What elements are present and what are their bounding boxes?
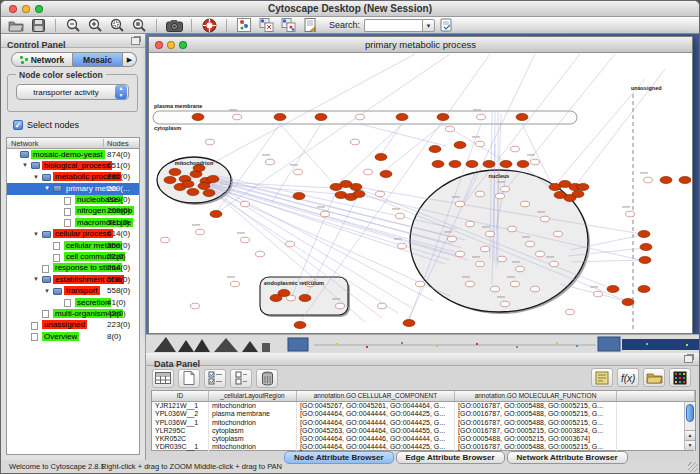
network-node-white[interactable]: [364, 169, 373, 175]
cytopanel-west-icon[interactable]: [235, 18, 253, 33]
cytopanel-east-icon[interactable]: [279, 18, 297, 33]
tree-row[interactable]: ▼biological_process651(0): [7, 160, 139, 171]
network-node-white[interactable]: [398, 243, 407, 249]
network-node-orange[interactable]: [198, 182, 210, 189]
network-node-white[interactable]: [256, 251, 265, 257]
tab-network[interactable]: Network: [11, 52, 73, 67]
cytopanel-south-icon[interactable]: [257, 18, 275, 33]
network-node-orange[interactable]: [638, 230, 650, 237]
select-nodes-checkbox[interactable]: ✓: [13, 120, 23, 130]
network-node-white[interactable]: [511, 146, 520, 152]
network-node-orange[interactable]: [429, 145, 441, 152]
network-node-orange[interactable]: [679, 176, 691, 183]
network-node-white[interactable]: [531, 159, 540, 165]
network-node-orange[interactable]: [437, 113, 449, 120]
tab-edge-attribute-browser[interactable]: Edge Attribute Browser: [396, 451, 505, 464]
network-node-white[interactable]: [476, 141, 485, 147]
network-node-orange[interactable]: [572, 190, 584, 197]
network-node-white[interactable]: [526, 241, 535, 247]
tree-row[interactable]: nitrogen compo209(0): [7, 206, 139, 217]
disclosure-icon[interactable]: ▼: [33, 231, 39, 237]
disclosure-icon[interactable]: ▼: [33, 174, 39, 180]
zoom-selected-icon[interactable]: [108, 18, 126, 33]
network-node-white[interactable]: [378, 303, 387, 309]
network-node-white[interactable]: [336, 303, 345, 309]
network-node-orange[interactable]: [660, 176, 672, 183]
search-dropdown-icon[interactable]: ▼: [422, 19, 435, 32]
tree-row[interactable]: ▼primary metab209(...: [7, 183, 139, 194]
network-node-orange[interactable]: [353, 190, 365, 197]
network-node-white[interactable]: [486, 231, 495, 237]
network-node-white[interactable]: [456, 201, 465, 207]
network-node-orange[interactable]: [432, 160, 444, 167]
table-column-header[interactable]: annotation.GO CELLULAR_COMPONENT: [297, 391, 455, 401]
network-node-white[interactable]: [456, 251, 465, 257]
network-node-orange[interactable]: [454, 141, 466, 148]
tab-overflow-button[interactable]: ▶: [123, 52, 137, 67]
tree-column-nodes[interactable]: Nodes: [107, 139, 129, 148]
table-column-header[interactable]: _cellularLayoutRegion: [209, 391, 297, 401]
network-node-white[interactable]: [241, 237, 250, 243]
disclosure-icon[interactable]: ▼: [22, 162, 28, 168]
annotation-icon[interactable]: [591, 368, 613, 387]
unselect-node-attributes-icon[interactable]: [230, 369, 252, 388]
zoom-in-icon[interactable]: [86, 18, 104, 33]
network-node-orange[interactable]: [607, 285, 619, 292]
network-node-white[interactable]: [356, 114, 365, 120]
tree-row[interactable]: cell communicat22(0): [7, 252, 139, 263]
network-node-orange[interactable]: [622, 298, 634, 305]
tree-row[interactable]: cellular metabo209(0): [7, 240, 139, 251]
tab-network-attribute-browser[interactable]: Network Attribute Browser: [507, 451, 628, 464]
network-node-white[interactable]: [466, 221, 475, 227]
disclosure-icon[interactable]: ▼: [33, 276, 39, 282]
network-node-white[interactable]: [351, 139, 360, 145]
network-node-orange[interactable]: [274, 113, 286, 120]
network-node-white[interactable]: [508, 226, 517, 232]
table-row[interactable]: YPL036W__1mitochondrion[GO:0044464, GO:0…: [152, 419, 695, 427]
network-node-white[interactable]: [241, 201, 250, 207]
network-node-white[interactable]: [476, 191, 485, 197]
network-node-orange[interactable]: [203, 189, 215, 196]
network-node-white[interactable]: [481, 246, 490, 252]
tab-mosaic[interactable]: Mosaic: [73, 52, 123, 67]
network-node-orange[interactable]: [483, 160, 495, 167]
tab-node-attribute-browser[interactable]: Node Attribute Browser: [284, 451, 394, 464]
tree-row[interactable]: Overview8(0): [7, 331, 139, 342]
network-node-white[interactable]: [554, 231, 563, 237]
network-node-orange[interactable]: [403, 319, 415, 326]
network-node-white[interactable]: [531, 286, 540, 292]
network-node-orange[interactable]: [639, 256, 651, 263]
network-node-white[interactable]: [231, 281, 240, 287]
network-node-white[interactable]: [501, 186, 510, 192]
tree-row[interactable]: ▼establishment of lo558(0): [7, 274, 139, 285]
network-node-orange[interactable]: [500, 160, 512, 167]
network-node-white[interactable]: [196, 229, 205, 235]
network-node-orange[interactable]: [294, 321, 306, 328]
network-node-orange[interactable]: [640, 243, 652, 250]
scroll-down-icon[interactable]: ▼: [685, 440, 695, 450]
table-scrollbar[interactable]: ▲ ▼: [684, 402, 695, 450]
disclosure-icon[interactable]: ▼: [44, 185, 50, 191]
network-node-orange[interactable]: [577, 183, 589, 190]
network-node-white[interactable]: [594, 291, 603, 297]
tree-row[interactable]: macromolecule311(0): [7, 217, 139, 228]
network-view-window[interactable]: primary metabolic process plasma membran…: [148, 36, 693, 334]
network-node-orange[interactable]: [315, 113, 327, 120]
float-panel-icon[interactable]: [131, 37, 140, 45]
network-node-orange[interactable]: [192, 113, 204, 120]
help-icon[interactable]: [200, 18, 218, 33]
zoom-fit-icon[interactable]: [130, 18, 148, 33]
attribute-matrix-icon[interactable]: [669, 368, 691, 387]
network-node-orange[interactable]: [182, 180, 194, 187]
tree-row[interactable]: response to stimul264(0): [7, 263, 139, 274]
table-column-header[interactable]: ID: [152, 391, 209, 401]
network-node-white[interactable]: [161, 237, 170, 243]
network-node-white[interactable]: [286, 241, 295, 247]
network-node-white[interactable]: [233, 114, 242, 120]
network-node-white[interactable]: [376, 191, 385, 197]
network-node-white[interactable]: [191, 303, 200, 309]
tree-row[interactable]: ▼cellular process614(0): [7, 229, 139, 240]
network-node-white[interactable]: [396, 213, 405, 219]
network-node-white[interactable]: [448, 236, 457, 242]
network-node-orange[interactable]: [270, 294, 282, 301]
